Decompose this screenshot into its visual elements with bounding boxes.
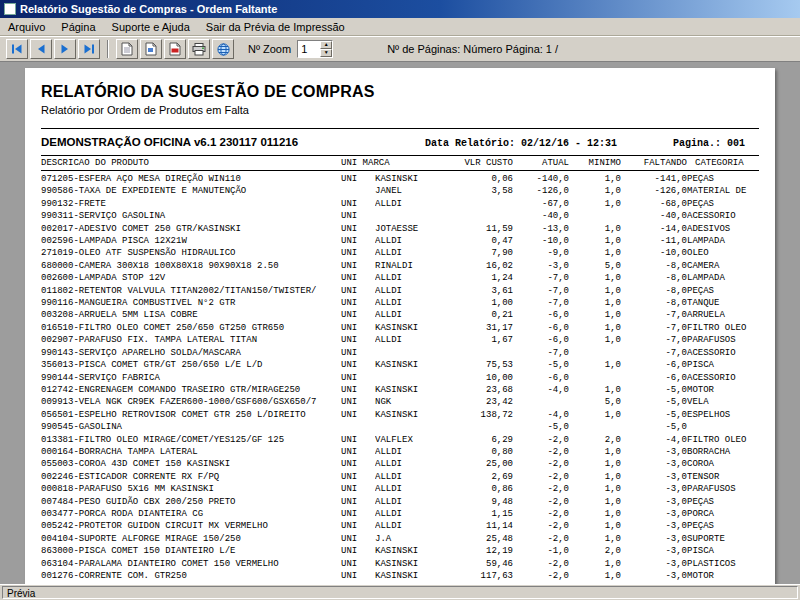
preview-workspace: RELATÓRIO DA SUGESTÃO DE COMPRAS Relatór… (0, 62, 800, 584)
cell-faltando: -3,0 (621, 508, 687, 520)
cell-marca: ALLDI (375, 235, 451, 247)
page-setup-button[interactable] (140, 39, 162, 59)
table-row: 004104-SUPORTE ALFORGE MIRAGE 150/250UNI… (41, 533, 759, 545)
cell-minimo: 1,0 (569, 483, 621, 495)
cell-custo: 0,21 (451, 309, 513, 321)
cell-marca: ALLDI (375, 483, 451, 495)
globe-button[interactable] (212, 39, 234, 59)
cell-desc: 011802-RETENTOR VALVULA TITAN2002/TITAN1… (41, 285, 341, 297)
cell-faltando: -8,0 (621, 260, 687, 272)
spin-up-icon[interactable]: ▲ (320, 41, 332, 49)
cell-marca: ALLDI (375, 334, 451, 346)
cell-minimo: 1,0 (569, 297, 621, 309)
next-page-button[interactable] (54, 39, 76, 59)
cell-uni: UNI (341, 582, 375, 584)
zoom-spinner[interactable]: 1 ▲ ▼ (297, 40, 333, 58)
cell-marca (375, 210, 451, 222)
print-button[interactable] (188, 39, 210, 59)
cell-custo: 25,48 (451, 533, 513, 545)
cell-custo (451, 198, 513, 210)
cell-custo: 3,61 (451, 285, 513, 297)
cell-minimo: 2,0 (569, 434, 621, 446)
cell-minimo: 1,0 (569, 558, 621, 570)
cell-minimo: 1,0 (569, 496, 621, 508)
table-row: 990144-SERVIÇO FABRICAUNI10,00-6,0-6,0AC… (41, 372, 759, 384)
cell-desc: 002017-ADESIVO COMET 250 GTR/KASINSKI (41, 223, 341, 235)
cell-minimo: 1,0 (569, 458, 621, 470)
cell-faltando: -8,0 (621, 297, 687, 309)
cell-categoria: PARAFUSOS (687, 334, 759, 346)
cell-desc: 863000-PISCA COMET 150 DIANTEIRO L/E (41, 545, 341, 557)
cell-atual: -2,0 (513, 533, 569, 545)
toolbar: Nº Zoom 1 ▲ ▼ Nº de Páginas: Número Pági… (0, 36, 800, 62)
cell-atual: -4,0 (513, 409, 569, 421)
zoom-value: 1 (298, 41, 320, 57)
cell-faltando: -3,0 (621, 582, 687, 584)
menu-pagina[interactable]: Página (53, 19, 103, 35)
cell-desc: 071205-ESFERA AÇO MESA DIREÇÃO WIN110 (41, 171, 341, 186)
first-page-icon (11, 44, 23, 54)
cell-categoria (687, 421, 759, 433)
cell-custo: 12,19 (451, 545, 513, 557)
cell-atual: -2,0 (513, 570, 569, 582)
menu-suporte-ajuda[interactable]: Suporte e Ajuda (104, 19, 198, 35)
cell-uni: UNI (341, 235, 375, 247)
cell-faltando: -6,0 (621, 372, 687, 384)
table-row: 002596-LAMPADA PISCA 12X21WUNIALLDI0,47-… (41, 235, 759, 247)
pdf-export-button[interactable] (164, 39, 186, 59)
table-row: 680000-CAMERA 300X18 100X80X18 90X90X18 … (41, 260, 759, 272)
cell-marca: ALLDI (375, 471, 451, 483)
cell-minimo: 1,0 (569, 285, 621, 297)
zoom-spinner-buttons: ▲ ▼ (320, 41, 332, 57)
cell-atual: -2,0 (513, 483, 569, 495)
app-window: Relatório Sugestão de Compras - Ordem Fa… (0, 0, 800, 600)
cell-atual: -2,0 (513, 446, 569, 458)
cell-faltando: -3,0 (621, 483, 687, 495)
spin-down-icon[interactable]: ▼ (320, 49, 332, 57)
cell-desc: 002246-ESTICADOR CORRENTE RX F/PQ (41, 471, 341, 483)
cell-minimo: 1,0 (569, 322, 621, 334)
company-name: DEMONSTRAÇÃO OFICINA v6.1 230117 011216 (41, 136, 298, 148)
cell-uni: UNI (341, 210, 375, 222)
cell-uni: UNI (341, 285, 375, 297)
cell-minimo: 1,0 (569, 533, 621, 545)
cell-desc: 680000-CAMERA 300X18 100X80X18 90X90X18 … (41, 260, 341, 272)
cell-uni (341, 185, 375, 197)
column-header: VLR CUSTO (451, 156, 513, 171)
table-row: 271019-OLEO ATF SUSPENSÃO HIDRAULICOUNIA… (41, 247, 759, 259)
menu-arquivo[interactable]: Arquivo (0, 19, 53, 35)
cell-custo: 6,34 (451, 582, 513, 584)
cell-desc: 001276-CORRENTE COM. GTR250 (41, 570, 341, 582)
printer-icon (192, 43, 206, 56)
cell-uni: UNI (341, 359, 375, 371)
previous-page-button[interactable] (30, 39, 52, 59)
cell-desc: 990311-SERVIÇO GASOLINA (41, 210, 341, 222)
cell-minimo: 5,0 (569, 260, 621, 272)
cell-minimo (569, 421, 621, 433)
cell-minimo: 1,0 (569, 508, 621, 520)
table-row: 863000-PISCA COMET 150 DIANTEIRO L/EUNIK… (41, 545, 759, 557)
cell-desc: 004104-SUPORTE ALFORGE MIRAGE 150/250 (41, 533, 341, 545)
cell-atual: -6,0 (513, 334, 569, 346)
cell-desc: 005242-PROTETOR GUIDON CIRCUIT MX VERMEL… (41, 520, 341, 532)
cell-marca: KASINSKI (375, 545, 451, 557)
cell-custo: 6,29 (451, 434, 513, 446)
cell-uni: UNI (341, 558, 375, 570)
first-page-button[interactable] (6, 39, 28, 59)
cell-atual: -2,0 (513, 496, 569, 508)
cell-desc: 990545-GASOLINA (41, 421, 341, 433)
cell-atual: -6,0 (513, 372, 569, 384)
table-row: 990132-FRETEUNIALLDI-67,01,0-68,0PEÇAS (41, 198, 759, 210)
report-title: RELATÓRIO DA SUGESTÃO DE COMPRAS (41, 82, 759, 101)
document-button[interactable] (116, 39, 138, 59)
menu-sair-previa[interactable]: Sair da Prévia de Impressão (198, 19, 353, 35)
cell-desc: 012742-ENGRENAGEM COMANDO TRASEIRO GTR/M… (41, 384, 341, 396)
report-date: Data Relatório: 02/12/16 - 12:31 (425, 138, 617, 149)
cell-custo: 0,80 (451, 446, 513, 458)
cell-minimo: 1,0 (569, 235, 621, 247)
cell-faltando: -3,0 (621, 446, 687, 458)
cell-desc: 000818-PARAFUSO 5X16 MM KASINSKI (41, 483, 341, 495)
toolbar-separator (107, 40, 109, 58)
last-page-button[interactable] (78, 39, 100, 59)
table-row: 011802-RETENTOR VALVULA TITAN2002/TITAN1… (41, 285, 759, 297)
